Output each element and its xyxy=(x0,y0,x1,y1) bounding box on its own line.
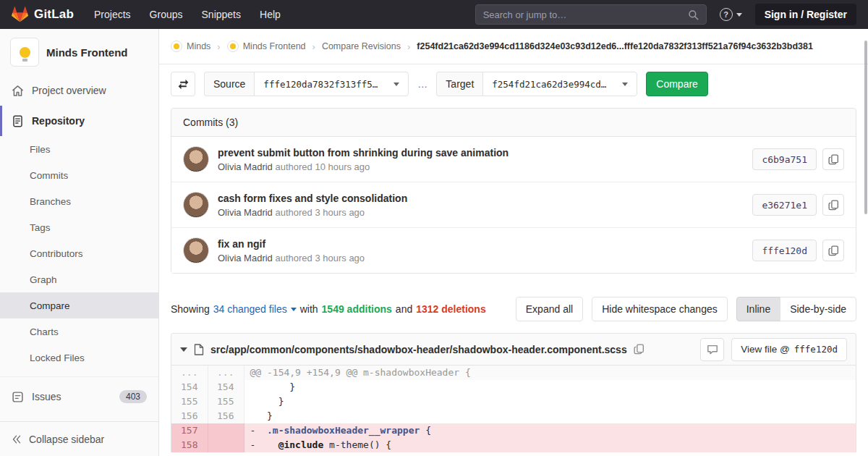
author-avatar[interactable] xyxy=(183,146,209,172)
side-by-side-view-button[interactable]: Side-by-side xyxy=(780,297,856,321)
nav-link-help[interactable]: Help xyxy=(260,9,281,20)
compare-form: Source fffe120da7832f313ff5… … Target f2… xyxy=(171,72,856,96)
compare-button[interactable]: Compare xyxy=(646,72,708,96)
new-line-number[interactable]: 156 xyxy=(208,409,244,423)
sidebar-item-files[interactable]: Files xyxy=(0,136,158,162)
nav-link-snippets[interactable]: Snippets xyxy=(202,9,241,20)
search-input[interactable] xyxy=(483,9,682,20)
commit-row: fix an ngif Olivia Madrid authored 3 hou… xyxy=(171,227,856,273)
group-avatar xyxy=(171,41,182,52)
sidebar-item-commits[interactable]: Commits xyxy=(0,162,158,188)
sidebar-item-compare[interactable]: Compare xyxy=(0,292,158,318)
breadcrumb-item-compare-revisions[interactable]: Compare Revisions xyxy=(322,41,401,51)
diff-file-header: src/app/common/components/shadowbox-head… xyxy=(171,334,856,366)
help-icon: ? xyxy=(720,8,733,21)
source-ref-dropdown[interactable]: fffe120da7832f313ff5… xyxy=(254,72,409,96)
copy-sha-button[interactable] xyxy=(822,240,844,261)
commit-title[interactable]: cash form fixes and style consolidation xyxy=(218,193,744,204)
nav-link-groups[interactable]: Groups xyxy=(150,9,183,20)
sidebar-item-graph[interactable]: Graph xyxy=(0,266,158,292)
sidebar-item-issues[interactable]: Issues 403 xyxy=(0,381,158,412)
target-ref-dropdown[interactable]: f254fd21ca62d3e994cd… xyxy=(482,72,637,96)
nav-link-projects[interactable]: Projects xyxy=(94,9,131,20)
author-avatar[interactable] xyxy=(183,237,209,263)
project-avatar-mini xyxy=(227,41,239,52)
gitlab-logo[interactable]: GitLab xyxy=(12,7,74,22)
view-file-sha: fffe120d xyxy=(794,344,838,355)
commit-author[interactable]: Olivia Madrid xyxy=(218,161,273,172)
sidebar-item-contributors[interactable]: Contributors xyxy=(0,240,158,266)
commit-row: cash form fixes and style consolidation … xyxy=(171,182,856,227)
old-line-number[interactable]: 158 xyxy=(171,438,208,452)
repository-subnav: Files Commits Branches Tags Contributors… xyxy=(0,136,158,371)
sidebar-item-label: Project overview xyxy=(32,85,106,96)
breadcrumb-separator: › xyxy=(217,41,220,52)
commit-sha[interactable]: e36271e1 xyxy=(752,194,817,216)
author-avatar[interactable] xyxy=(183,192,209,218)
collapse-sidebar-button[interactable]: Collapse sidebar xyxy=(0,421,158,456)
diff-file-panel: src/app/common/components/shadowbox-head… xyxy=(171,333,856,452)
diff-hunk-row: ... ... @@ -154,9 +154,9 @@ m-shadowboxH… xyxy=(171,366,856,380)
expand-all-button[interactable]: Expand all xyxy=(516,297,583,321)
code-line: - @include m-theme() { xyxy=(244,438,856,452)
view-file-label: View file @ xyxy=(741,344,789,355)
commit-title[interactable]: fix an ngif xyxy=(218,238,744,250)
new-line-number[interactable]: 154 xyxy=(208,380,244,394)
commit-sha[interactable]: fffe120d xyxy=(752,240,817,261)
diff-line-row-deleted: 157 - .m-shadowboxHeader__wrapper { xyxy=(171,423,856,438)
inline-view-button[interactable]: Inline xyxy=(736,297,780,321)
code-line: } xyxy=(244,394,856,409)
breadcrumb-link[interactable]: Minds Frontend xyxy=(243,41,306,51)
sidebar-item-project-overview[interactable]: Project overview xyxy=(0,75,158,106)
old-line-number[interactable]: 155 xyxy=(171,394,208,409)
swap-revisions-button[interactable] xyxy=(171,72,195,96)
commit-info: prevent submit button from shrinking dur… xyxy=(218,147,744,172)
sidebar-item-tags[interactable]: Tags xyxy=(0,214,158,240)
old-line-number[interactable]: 157 xyxy=(171,423,208,438)
page-scrollbar[interactable] xyxy=(864,41,867,214)
old-line-number[interactable]: 156 xyxy=(171,409,208,423)
diff-file-path[interactable]: src/app/common/components/shadowbox-head… xyxy=(210,344,627,355)
copy-sha-button[interactable] xyxy=(822,148,844,170)
commit-row: prevent submit button from shrinking dur… xyxy=(171,137,856,182)
collapse-diff-icon[interactable] xyxy=(180,347,187,352)
target-ref-group: Target f254fd21ca62d3e994cd… xyxy=(436,72,637,96)
view-file-button[interactable]: View file @ fffe120d xyxy=(731,338,847,361)
search-box[interactable] xyxy=(475,4,707,25)
sidebar-item-charts[interactable]: Charts xyxy=(0,318,158,345)
commit-meta: Olivia Madrid authored 10 hours ago xyxy=(218,161,744,172)
breadcrumb-item-minds[interactable]: Minds xyxy=(171,41,210,52)
diff-line-row: 156 156 } xyxy=(171,409,856,423)
code-indent xyxy=(255,425,267,436)
swap-icon xyxy=(178,79,189,90)
copy-sha-button[interactable] xyxy=(822,194,844,216)
hide-whitespace-button[interactable]: Hide whitespace changes xyxy=(592,297,728,321)
chevron-down-icon xyxy=(622,83,628,86)
breadcrumb-link[interactable]: Minds xyxy=(187,41,210,51)
sidebar-item-locked-files[interactable]: Locked Files xyxy=(0,345,158,371)
commits-panel-title: Commits (3) xyxy=(171,109,856,137)
deletions-count: 1312 deletions xyxy=(416,303,486,315)
commit-author[interactable]: Olivia Madrid xyxy=(218,207,273,218)
sidebar-item-branches[interactable]: Branches xyxy=(0,188,158,214)
commit-title[interactable]: prevent submit button from shrinking dur… xyxy=(218,147,744,159)
help-dropdown[interactable]: ? xyxy=(720,8,742,21)
copy-path-icon[interactable] xyxy=(634,344,644,355)
commit-authored-ago: authored 3 hours ago xyxy=(275,207,365,218)
changed-files-dropdown[interactable]: 34 changed files xyxy=(213,303,297,315)
project-header[interactable]: Minds Frontend xyxy=(0,29,158,74)
breadcrumb-item-minds-frontend[interactable]: Minds Frontend xyxy=(227,41,306,52)
lightbulb-icon xyxy=(230,43,236,49)
sidebar-item-repository[interactable]: Repository xyxy=(0,106,158,136)
breadcrumb-link[interactable]: Compare Revisions xyxy=(322,41,401,51)
old-line-number[interactable]: 154 xyxy=(171,380,208,394)
new-line-number[interactable]: 155 xyxy=(208,394,244,409)
commit-sha[interactable]: c6b9a751 xyxy=(752,148,817,170)
diff-line-row: 154 154 } xyxy=(171,380,856,394)
sidebar-item-label: Issues xyxy=(32,391,61,402)
toggle-comments-button[interactable] xyxy=(700,338,724,361)
commit-author[interactable]: Olivia Madrid xyxy=(218,253,273,263)
new-line-number[interactable] xyxy=(208,438,244,452)
new-line-number[interactable] xyxy=(208,423,244,438)
sign-in-register-button[interactable]: Sign in / Register xyxy=(755,4,856,25)
